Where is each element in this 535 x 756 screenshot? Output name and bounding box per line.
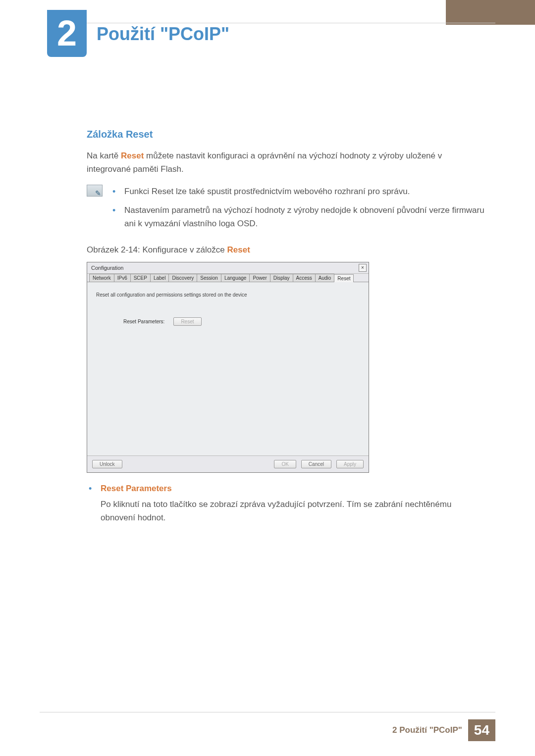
tab-display[interactable]: Display (270, 274, 293, 282)
reset-parameters-row: Reset Parameters: Reset (123, 317, 360, 326)
cancel-button[interactable]: Cancel (301, 460, 331, 468)
intro-highlight: Reset (121, 151, 144, 160)
config-window: Configuration × Network IPv6 SCEP Label … (87, 262, 369, 473)
footer-page-number: 54 (468, 719, 495, 741)
intro-paragraph: Na kartě Reset můžete nastavit konfigura… (87, 149, 488, 176)
header-rule (84, 23, 495, 23)
tab-network[interactable]: Network (89, 274, 114, 282)
config-footer-right: OK Cancel Apply (274, 460, 364, 468)
note-icon (87, 185, 103, 197)
page-footer: 2 Použití "PCoIP" 54 (392, 719, 495, 741)
tab-session[interactable]: Session (197, 274, 221, 282)
tab-audio[interactable]: Audio (315, 274, 335, 282)
reset-parameters-description: Po kliknutí na toto tlačítko se zobrazí … (87, 498, 488, 524)
config-window-title: Configuration (91, 265, 123, 271)
tab-language[interactable]: Language (221, 274, 250, 282)
section-heading: Záložka Reset (87, 129, 488, 140)
tab-access[interactable]: Access (293, 274, 316, 282)
tab-power[interactable]: Power (249, 274, 270, 282)
reset-parameters-bullet: Reset Parameters (87, 484, 488, 494)
config-titlebar: Configuration × (87, 262, 369, 274)
document-page: 2 Použití "PCoIP" Záložka Reset Na kartě… (0, 0, 535, 756)
reset-parameters-label: Reset Parameters: (123, 319, 164, 324)
tab-discovery[interactable]: Discovery (168, 274, 197, 282)
chapter-number-badge: 2 (47, 10, 87, 57)
unlock-button[interactable]: Unlock (92, 460, 122, 468)
note-block: Funkci Reset lze také spustit prostředni… (87, 185, 488, 235)
note-list: Funkci Reset lze také spustit prostředni… (112, 185, 488, 235)
intro-prefix: Na kartě (87, 151, 121, 160)
page-title: Použití "PCoIP" (97, 24, 229, 45)
reset-parameters-heading: Reset Parameters (101, 484, 172, 493)
page-content: Záložka Reset Na kartě Reset můžete nast… (87, 129, 488, 524)
config-description: Reset all configuration and permissions … (96, 292, 360, 298)
note-item: Funkci Reset lze také spustit prostředni… (112, 185, 488, 198)
tab-label[interactable]: Label (150, 274, 169, 282)
figure-caption-prefix: Obrázek 2-14: Konfigurace v záložce (87, 245, 227, 254)
footer-chapter-label: 2 Použití "PCoIP" (392, 725, 462, 735)
reset-button[interactable]: Reset (173, 317, 201, 326)
tab-ipv6[interactable]: IPv6 (114, 274, 131, 282)
tab-reset[interactable]: Reset (334, 274, 354, 282)
apply-button[interactable]: Apply (336, 460, 364, 468)
config-tabs: Network IPv6 SCEP Label Discovery Sessio… (87, 274, 369, 282)
close-button[interactable]: × (359, 264, 367, 272)
ok-button[interactable]: OK (274, 460, 296, 468)
figure-caption-highlight: Reset (227, 245, 250, 254)
config-body: Reset all configuration and permissions … (87, 282, 369, 455)
config-footer: Unlock OK Cancel Apply (87, 455, 369, 472)
tab-scep[interactable]: SCEP (130, 274, 151, 282)
figure-caption: Obrázek 2-14: Konfigurace v záložce Rese… (87, 245, 488, 255)
note-item: Nastavením parametrů na výchozí hodnoty … (112, 203, 488, 230)
top-accent-bar (446, 0, 535, 25)
footer-rule (40, 712, 495, 712)
